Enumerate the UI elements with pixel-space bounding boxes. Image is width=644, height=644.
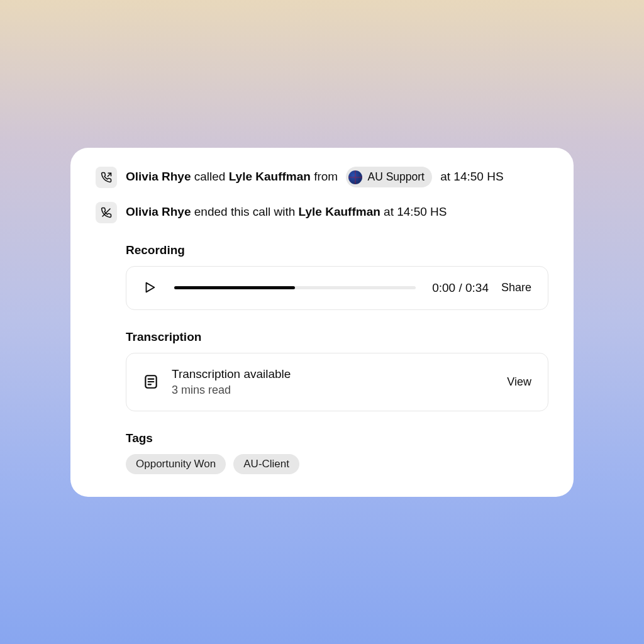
chip-label: AU Support (367, 169, 424, 185)
view-button[interactable]: View (507, 375, 531, 389)
event-text: Olivia Rhye ended this call with Lyle Ka… (126, 203, 447, 221)
document-icon (143, 374, 159, 390)
transcription-section: Transcription Transcription available 3 … (96, 330, 548, 411)
tag-chip[interactable]: Opportunity Won (126, 454, 226, 474)
svg-line-0 (108, 173, 111, 176)
call-activity-card: Olivia Rhye called Lyle Kauffman from AU… (70, 148, 574, 497)
event-list: Olivia Rhye called Lyle Kauffman from AU… (96, 167, 548, 223)
event-verb: called (191, 168, 229, 186)
event-verb: ended this call with (191, 203, 299, 221)
event-from: from (311, 168, 341, 186)
transcription-title: Transcription (126, 330, 548, 344)
call-outgoing-icon (96, 167, 117, 188)
recording-title: Recording (126, 243, 548, 257)
australia-flag-icon (348, 170, 362, 184)
svg-marker-2 (147, 282, 155, 292)
tag-chip[interactable]: AU-Client (233, 454, 299, 474)
transcription-read-time: 3 mins read (172, 384, 494, 397)
event-time: at 14:50 HS (380, 203, 447, 221)
recording-section: Recording 0:00 / 0:34 Share (96, 243, 548, 310)
event-actor: Olivia Rhye (126, 168, 191, 186)
source-chip[interactable]: AU Support (346, 167, 431, 187)
play-button[interactable] (143, 280, 158, 296)
event-row: Olivia Rhye ended this call with Lyle Ka… (96, 202, 548, 223)
recording-progress[interactable] (174, 286, 416, 289)
share-button[interactable]: Share (501, 281, 531, 294)
event-text: Olivia Rhye called Lyle Kauffman from AU… (126, 167, 504, 187)
tags-section: Tags Opportunity Won AU-Client (96, 431, 548, 474)
recording-time: 0:00 / 0:34 (432, 281, 489, 295)
event-time: at 14:50 HS (437, 168, 504, 186)
event-row: Olivia Rhye called Lyle Kauffman from AU… (96, 167, 548, 188)
svg-line-1 (103, 209, 110, 216)
transcription-status: Transcription available (172, 367, 494, 381)
event-callee: Lyle Kauffman (229, 168, 311, 186)
recording-panel: 0:00 / 0:34 Share (126, 266, 548, 310)
call-end-icon (96, 202, 117, 223)
tags-row: Opportunity Won AU-Client (126, 454, 548, 474)
transcription-panel: Transcription available 3 mins read View (126, 353, 548, 411)
transcription-text-block: Transcription available 3 mins read (172, 367, 494, 397)
recording-progress-fill (174, 286, 295, 289)
tags-title: Tags (126, 431, 548, 445)
event-actor: Olivia Rhye (126, 203, 191, 221)
event-callee: Lyle Kauffman (299, 203, 380, 221)
